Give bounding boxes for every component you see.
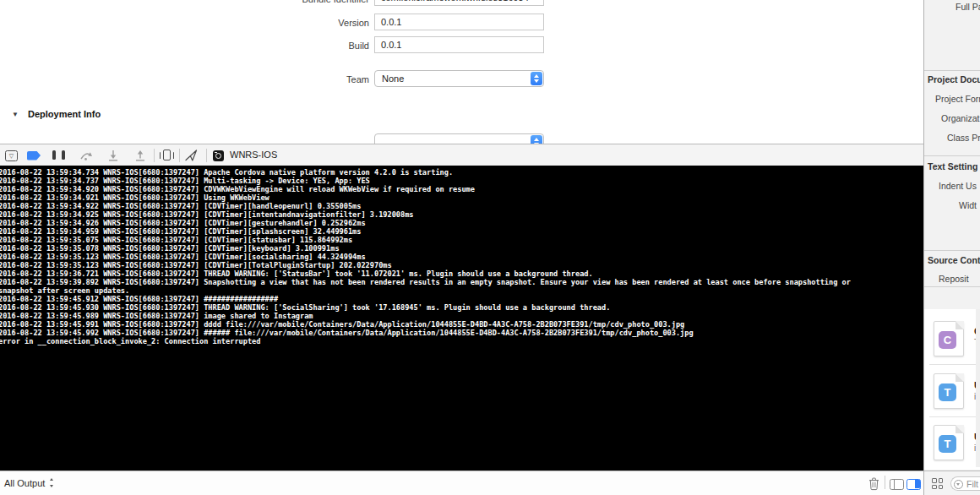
file-template-icon: T bbox=[934, 373, 964, 409]
console-line: 2016-08-22 13:59:34.920 WNRS-IOS[6680:13… bbox=[0, 185, 923, 193]
pause-icon bbox=[52, 150, 56, 160]
trash-icon[interactable] bbox=[868, 477, 879, 491]
console-line: 2016-08-22 13:59:35.075 WNRS-IOS[6680:13… bbox=[0, 236, 923, 244]
deployment-info-title: Deployment Info bbox=[28, 109, 101, 119]
deployment-target-popup-partial[interactable] bbox=[374, 133, 544, 144]
popup-stepper-icon bbox=[49, 478, 55, 487]
hide-debug-area-button[interactable]: ▽ bbox=[5, 150, 18, 161]
step-into-icon[interactable] bbox=[107, 150, 119, 161]
console-line: 2016-08-22 13:59:35.078 WNRS-IOS[6680:13… bbox=[0, 244, 923, 253]
step-out-icon[interactable] bbox=[134, 150, 146, 161]
filter-placeholder: Filt bbox=[966, 479, 978, 489]
team-popup[interactable]: None bbox=[374, 70, 544, 87]
disclosure-triangle-icon[interactable]: ▼ bbox=[12, 111, 19, 118]
console-line: 2016-08-22 13:59:34.921 WNRS-IOS[6680:13… bbox=[0, 193, 923, 202]
build-field[interactable]: 0.0.1 bbox=[374, 36, 544, 53]
console-bottom-bar: All Output bbox=[0, 471, 923, 495]
inspector-row-project-format: Project Form bbox=[935, 94, 980, 104]
library-bottom-bar: Filt bbox=[924, 471, 980, 495]
console-line: 2016-08-22 13:59:34.926 WNRS-IOS[6680:13… bbox=[0, 219, 923, 227]
bundle-identifier-field[interactable]: com.ionicframework.wnrsios316934 bbox=[374, 0, 544, 6]
test-file-badge-icon: T bbox=[939, 435, 956, 453]
console-line: 2016-08-22 13:59:45.912 WNRS-IOS[6680:13… bbox=[0, 295, 923, 303]
console-line: 2016-08-22 13:59:45.989 WNRS-IOS[6680:13… bbox=[0, 312, 923, 320]
test-file-badge-icon: T bbox=[939, 383, 956, 401]
popup-stepper-icon bbox=[531, 72, 542, 85]
simulate-location-icon[interactable] bbox=[184, 149, 199, 162]
inspector-row-class-prefix: Class Pre bbox=[947, 133, 980, 143]
pause-icon bbox=[62, 150, 65, 160]
file-template-library: C C T T U in T U bbox=[924, 309, 980, 470]
library-grid-view-icon[interactable] bbox=[932, 478, 944, 490]
console-line: 2016-08-22 13:59:39.892 WNRS-IOS[6680:13… bbox=[0, 278, 923, 286]
project-settings-editor: Bundle Identifier com.ionicframework.wnr… bbox=[0, 0, 923, 144]
version-field[interactable]: 0.0.1 bbox=[374, 14, 544, 30]
library-filter-field[interactable]: Filt bbox=[950, 476, 980, 491]
inspector-section-project-document: Project Docu bbox=[928, 74, 980, 84]
console-line: 2016-08-22 13:59:34.737 WNRS-IOS[6680:13… bbox=[0, 177, 923, 185]
breakpoints-toggle-button[interactable] bbox=[27, 151, 41, 160]
console-line: 2016-08-22 13:59:34.922 WNRS-IOS[6680:13… bbox=[0, 202, 923, 210]
output-scope-label: All Output bbox=[4, 478, 45, 488]
inspector-section-text-settings: Text Setting bbox=[928, 161, 977, 171]
filter-menu-icon[interactable] bbox=[954, 480, 963, 489]
console-line: 2016-08-22 13:59:35.123 WNRS-IOS[6680:13… bbox=[0, 253, 923, 261]
popup-stepper-icon bbox=[531, 135, 542, 144]
console-line: 2016-08-22 13:59:35.123 WNRS-IOS[6680:13… bbox=[0, 261, 923, 269]
pause-execution-button[interactable] bbox=[52, 148, 65, 163]
library-scrollbar[interactable] bbox=[976, 309, 980, 467]
inspector-row-full-path: Full Pa bbox=[956, 2, 980, 12]
inspector-sidebar: Full Pa Project Docu Project Form Organi… bbox=[923, 0, 980, 495]
c-file-badge-icon: C bbox=[939, 331, 956, 349]
inspector-row-repository: Reposit bbox=[939, 274, 969, 284]
team-label: Team bbox=[279, 74, 369, 84]
inspector-row-organization: Organizat bbox=[941, 113, 980, 123]
console-line: 2016-08-22 13:59:45.992 WNRS-IOS[6680:13… bbox=[0, 329, 923, 337]
show-console-view-button[interactable] bbox=[906, 479, 921, 490]
console-line: 2016-08-22 13:59:34.959 WNRS-IOS[6680:13… bbox=[0, 227, 923, 236]
inspector-section-source-control: Source Cont bbox=[928, 255, 980, 265]
show-variables-view-button[interactable] bbox=[890, 479, 904, 490]
output-scope-popup[interactable]: All Output bbox=[4, 478, 55, 488]
console-line: 2016-08-22 13:59:45.991 WNRS-IOS[6680:13… bbox=[0, 320, 923, 329]
step-over-icon[interactable] bbox=[79, 150, 94, 161]
inspector-row-indent-using: Indent Us bbox=[939, 181, 977, 191]
console-line: 2016-08-22 13:59:34.925 WNRS-IOS[6680:13… bbox=[0, 210, 923, 219]
console-line: error in __connection_block_invoke_2: Co… bbox=[0, 337, 923, 345]
xcode-window: Bundle Identifier com.ionicframework.wnr… bbox=[0, 0, 980, 495]
console-output[interactable]: 2016-08-22 13:59:34.734 WNRS-IOS[6680:13… bbox=[0, 166, 923, 471]
debug-view-hierarchy-button[interactable] bbox=[160, 150, 174, 161]
deployment-info-header[interactable]: ▼ Deployment Info bbox=[12, 109, 101, 119]
version-label: Version bbox=[279, 18, 369, 28]
file-template-icon: T bbox=[934, 425, 964, 460]
team-popup-value: None bbox=[382, 73, 404, 84]
file-template-icon: C bbox=[934, 321, 964, 356]
console-line: 2016-08-22 13:59:45.930 WNRS-IOS[6680:13… bbox=[0, 303, 923, 312]
debug-toolbar: ▽ bbox=[0, 144, 923, 166]
hide-debug-area-icon: ▽ bbox=[6, 151, 17, 160]
bundle-identifier-label: Bundle Identifier bbox=[279, 0, 369, 4]
app-icon bbox=[213, 150, 224, 161]
process-name: WNRS-IOS bbox=[230, 150, 277, 160]
bundle-identifier-row: Bundle Identifier com.ionicframework.wnr… bbox=[0, 0, 591, 7]
inspector-row-widths: Widt bbox=[959, 200, 977, 210]
console-line: snapshot after screen updates. bbox=[0, 286, 923, 295]
console-line: 2016-08-22 13:59:36.721 WNRS-IOS[6680:13… bbox=[0, 269, 923, 278]
build-label: Build bbox=[279, 41, 369, 51]
console-line: 2016-08-22 13:59:34.734 WNRS-IOS[6680:13… bbox=[0, 168, 923, 177]
